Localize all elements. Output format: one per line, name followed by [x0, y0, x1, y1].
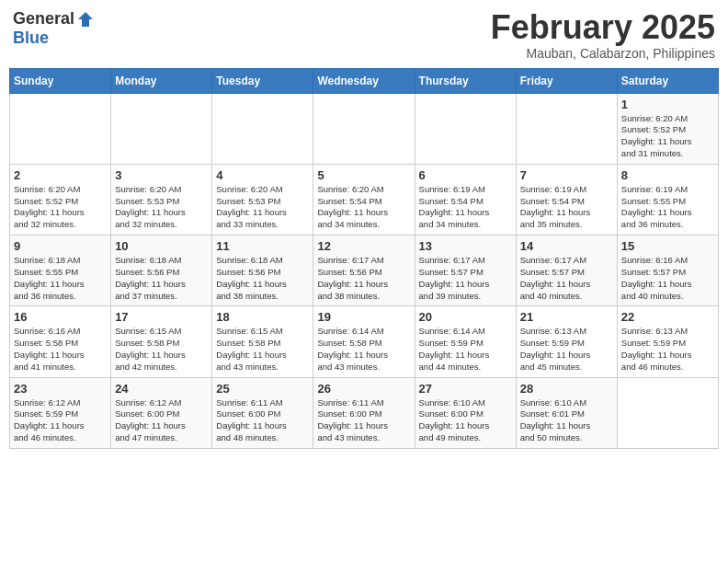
calendar-cell: 7Sunrise: 6:19 AM Sunset: 5:54 PM Daylig…	[516, 164, 617, 235]
day-number: 10	[115, 239, 208, 253]
day-info: Sunrise: 6:12 AM Sunset: 5:59 PM Dayligh…	[14, 397, 107, 444]
page-header: General Blue February 2025 Mauban, Calab…	[9, 9, 719, 61]
calendar-cell: 18Sunrise: 6:15 AM Sunset: 5:58 PM Dayli…	[212, 306, 313, 377]
day-number: 11	[216, 239, 309, 253]
day-info: Sunrise: 6:15 AM Sunset: 5:58 PM Dayligh…	[216, 326, 309, 373]
calendar-cell: 8Sunrise: 6:19 AM Sunset: 5:55 PM Daylig…	[617, 164, 718, 235]
calendar-week-5: 23Sunrise: 6:12 AM Sunset: 5:59 PM Dayli…	[10, 377, 719, 448]
day-info: Sunrise: 6:20 AM Sunset: 5:54 PM Dayligh…	[317, 184, 410, 231]
calendar-cell: 1Sunrise: 6:20 AM Sunset: 5:52 PM Daylig…	[617, 93, 718, 164]
calendar-cell	[415, 93, 516, 164]
day-info: Sunrise: 6:17 AM Sunset: 5:56 PM Dayligh…	[317, 255, 410, 302]
day-info: Sunrise: 6:12 AM Sunset: 6:00 PM Dayligh…	[115, 397, 208, 444]
calendar-cell: 11Sunrise: 6:18 AM Sunset: 5:56 PM Dayli…	[212, 236, 313, 306]
calendar-cell: 26Sunrise: 6:11 AM Sunset: 6:00 PM Dayli…	[313, 377, 415, 448]
day-number: 4	[216, 168, 309, 182]
weekday-header-row: SundayMondayTuesdayWednesdayThursdayFrid…	[10, 68, 719, 93]
day-number: 16	[14, 310, 107, 324]
calendar-week-2: 2Sunrise: 6:20 AM Sunset: 5:52 PM Daylig…	[10, 164, 719, 235]
day-number: 20	[419, 310, 512, 324]
calendar-cell	[516, 93, 617, 164]
month-title: February 2025	[491, 9, 715, 46]
day-info: Sunrise: 6:11 AM Sunset: 6:00 PM Dayligh…	[216, 397, 309, 444]
day-info: Sunrise: 6:11 AM Sunset: 6:00 PM Dayligh…	[317, 397, 410, 444]
day-info: Sunrise: 6:13 AM Sunset: 5:59 PM Dayligh…	[520, 326, 613, 373]
calendar-cell	[313, 93, 415, 164]
day-info: Sunrise: 6:17 AM Sunset: 5:57 PM Dayligh…	[520, 255, 613, 302]
day-number: 2	[14, 168, 107, 182]
weekday-header-monday: Monday	[111, 68, 212, 93]
location: Mauban, Calabarzon, Philippines	[491, 46, 715, 61]
calendar-cell: 13Sunrise: 6:17 AM Sunset: 5:57 PM Dayli…	[415, 236, 516, 306]
day-info: Sunrise: 6:14 AM Sunset: 5:59 PM Dayligh…	[419, 326, 512, 373]
calendar-cell: 3Sunrise: 6:20 AM Sunset: 5:53 PM Daylig…	[111, 164, 212, 235]
day-info: Sunrise: 6:13 AM Sunset: 5:59 PM Dayligh…	[621, 326, 714, 373]
day-number: 12	[317, 239, 410, 253]
day-info: Sunrise: 6:14 AM Sunset: 5:58 PM Dayligh…	[317, 326, 410, 373]
day-info: Sunrise: 6:18 AM Sunset: 5:56 PM Dayligh…	[216, 255, 309, 302]
calendar-cell	[10, 93, 111, 164]
day-number: 25	[216, 382, 309, 396]
calendar-cell: 16Sunrise: 6:16 AM Sunset: 5:58 PM Dayli…	[10, 306, 111, 377]
day-number: 18	[216, 310, 309, 324]
weekday-header-saturday: Saturday	[617, 68, 718, 93]
logo-general-text: General	[13, 9, 74, 29]
calendar-cell: 23Sunrise: 6:12 AM Sunset: 5:59 PM Dayli…	[10, 377, 111, 448]
day-info: Sunrise: 6:18 AM Sunset: 5:56 PM Dayligh…	[115, 255, 208, 302]
day-number: 23	[14, 382, 107, 396]
calendar-cell: 27Sunrise: 6:10 AM Sunset: 6:00 PM Dayli…	[415, 377, 516, 448]
calendar-cell	[212, 93, 313, 164]
weekday-header-thursday: Thursday	[415, 68, 516, 93]
calendar-week-1: 1Sunrise: 6:20 AM Sunset: 5:52 PM Daylig…	[10, 93, 719, 164]
day-number: 15	[621, 239, 714, 253]
day-info: Sunrise: 6:20 AM Sunset: 5:52 PM Dayligh…	[14, 184, 107, 231]
day-number: 19	[317, 310, 410, 324]
day-number: 9	[14, 239, 107, 253]
day-info: Sunrise: 6:10 AM Sunset: 6:01 PM Dayligh…	[520, 397, 613, 444]
day-info: Sunrise: 6:19 AM Sunset: 5:55 PM Dayligh…	[621, 184, 714, 231]
calendar-week-4: 16Sunrise: 6:16 AM Sunset: 5:58 PM Dayli…	[10, 306, 719, 377]
day-number: 28	[520, 382, 613, 396]
day-number: 1	[621, 98, 714, 111]
calendar-cell: 21Sunrise: 6:13 AM Sunset: 5:59 PM Dayli…	[516, 306, 617, 377]
calendar-cell: 19Sunrise: 6:14 AM Sunset: 5:58 PM Dayli…	[313, 306, 415, 377]
day-info: Sunrise: 6:15 AM Sunset: 5:58 PM Dayligh…	[115, 326, 208, 373]
day-info: Sunrise: 6:18 AM Sunset: 5:55 PM Dayligh…	[14, 255, 107, 302]
day-number: 14	[520, 239, 613, 253]
calendar-table: SundayMondayTuesdayWednesdayThursdayFrid…	[9, 68, 719, 449]
day-number: 21	[520, 310, 613, 324]
day-info: Sunrise: 6:20 AM Sunset: 5:52 PM Dayligh…	[621, 113, 714, 160]
day-number: 3	[115, 168, 208, 182]
day-number: 7	[520, 168, 613, 182]
day-number: 17	[115, 310, 208, 324]
day-number: 5	[317, 168, 410, 182]
weekday-header-wednesday: Wednesday	[313, 68, 415, 93]
calendar-cell: 22Sunrise: 6:13 AM Sunset: 5:59 PM Dayli…	[617, 306, 718, 377]
weekday-header-friday: Friday	[516, 68, 617, 93]
weekday-header-sunday: Sunday	[10, 68, 111, 93]
calendar-cell: 24Sunrise: 6:12 AM Sunset: 6:00 PM Dayli…	[111, 377, 212, 448]
calendar-cell: 10Sunrise: 6:18 AM Sunset: 5:56 PM Dayli…	[111, 236, 212, 306]
calendar-cell: 2Sunrise: 6:20 AM Sunset: 5:52 PM Daylig…	[10, 164, 111, 235]
calendar-cell: 25Sunrise: 6:11 AM Sunset: 6:00 PM Dayli…	[212, 377, 313, 448]
calendar-cell	[111, 93, 212, 164]
calendar-cell: 15Sunrise: 6:16 AM Sunset: 5:57 PM Dayli…	[617, 236, 718, 306]
calendar-cell: 5Sunrise: 6:20 AM Sunset: 5:54 PM Daylig…	[313, 164, 415, 235]
day-info: Sunrise: 6:17 AM Sunset: 5:57 PM Dayligh…	[419, 255, 512, 302]
calendar-cell: 9Sunrise: 6:18 AM Sunset: 5:55 PM Daylig…	[10, 236, 111, 306]
day-info: Sunrise: 6:19 AM Sunset: 5:54 PM Dayligh…	[520, 184, 613, 231]
day-number: 8	[621, 168, 714, 182]
calendar-cell: 4Sunrise: 6:20 AM Sunset: 5:53 PM Daylig…	[212, 164, 313, 235]
day-info: Sunrise: 6:10 AM Sunset: 6:00 PM Dayligh…	[419, 397, 512, 444]
calendar-cell: 6Sunrise: 6:19 AM Sunset: 5:54 PM Daylig…	[415, 164, 516, 235]
calendar-cell: 28Sunrise: 6:10 AM Sunset: 6:01 PM Dayli…	[516, 377, 617, 448]
day-number: 13	[419, 239, 512, 253]
day-number: 27	[419, 382, 512, 396]
logo: General Blue	[13, 9, 95, 48]
day-info: Sunrise: 6:16 AM Sunset: 5:57 PM Dayligh…	[621, 255, 714, 302]
calendar-cell: 17Sunrise: 6:15 AM Sunset: 5:58 PM Dayli…	[111, 306, 212, 377]
weekday-header-tuesday: Tuesday	[212, 68, 313, 93]
day-info: Sunrise: 6:19 AM Sunset: 5:54 PM Dayligh…	[419, 184, 512, 231]
logo-blue-text: Blue	[13, 29, 49, 48]
day-number: 22	[621, 310, 714, 324]
